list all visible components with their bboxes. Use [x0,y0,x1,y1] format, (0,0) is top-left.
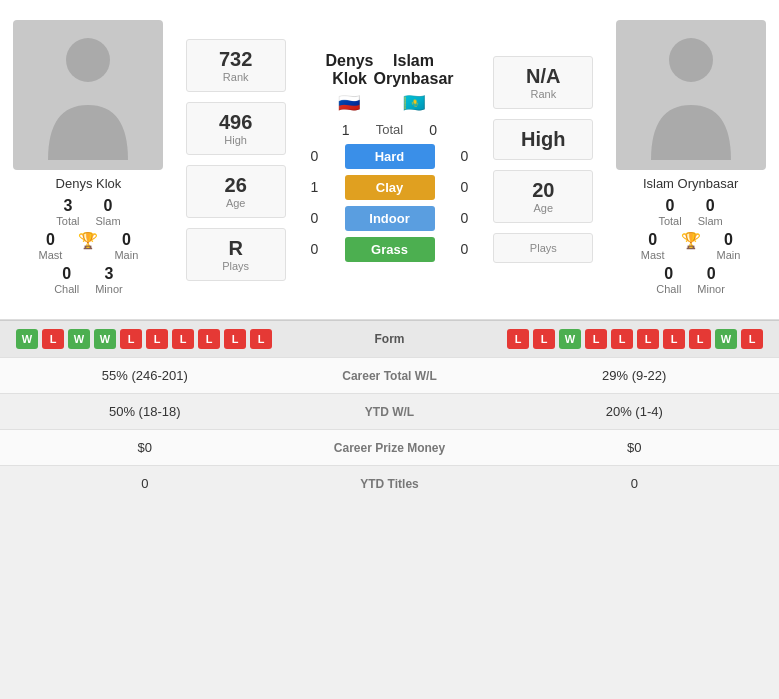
form-badge-right: W [715,329,737,349]
form-label: Form [340,332,440,346]
player-left-name: Denys Klok [56,176,122,191]
stats-row-2-left: 0 Mast 🏆 0 Main [39,231,139,261]
form-badge-right: L [689,329,711,349]
stats-row-0: 55% (246-201) Career Total W/L 29% (9-22… [0,357,779,393]
surface-btn-hard[interactable]: Hard [345,144,435,169]
age-stat-left: 26 Age [186,165,286,218]
stat-center-label-1: YTD W/L [290,395,490,429]
stats-row-3-right: 0 Chall 0 Minor [656,265,725,295]
score-left-indoor: 0 [295,210,335,226]
trophy-icon-right: 🏆 [681,231,701,261]
stats-row-3: 0 YTD Titles 0 [0,465,779,501]
stat-left-2: $0 [0,430,290,465]
form-badge-right: L [741,329,763,349]
high-stat-left: 496 High [186,102,286,155]
form-badge-left: L [42,329,64,349]
rank-stat-right: N/A Rank [493,56,593,109]
stats-row-3-left: 0 Chall 3 Minor [54,265,123,295]
player-right-panel: Islam Orynbasar 0 Total 0 Slam 0 Mast 🏆 [602,10,779,309]
form-badge-right: L [637,329,659,349]
score-left-grass: 0 [295,241,335,257]
stats-row-1-left: 3 Total 0 Slam [56,197,120,227]
form-badge-left: L [146,329,168,349]
stats-row-2-right: 0 Mast 🏆 0 Main [641,231,741,261]
form-left: WLWWLLLLLL [16,329,340,349]
stat-left-3: 0 [0,466,290,501]
rank-stat-left: 732 Rank [186,39,286,92]
form-badge-right: L [663,329,685,349]
avatar-left [13,20,163,170]
flag-right: 🇰🇿 [374,92,454,114]
stat-right-0: 29% (9-22) [490,358,780,393]
stat-slam-right: 0 Slam [698,197,723,227]
surface-btn-grass[interactable]: Grass [345,237,435,262]
form-section: WLWWLLLLLL Form LLWLLLLLWL [0,320,779,357]
player-right-header: Islam Orynbasar [374,52,454,88]
middle-surface-section: Denys Klok 🇷🇺 Islam Orynbasar 🇰🇿 1 Total… [295,10,485,309]
player-left-panel: Denys Klok 3 Total 0 Slam 0 Mast 🏆 [0,10,177,309]
stats-row-2: $0 Career Prize Money $0 [0,429,779,465]
svg-point-0 [66,38,110,82]
stat-total-right: 0 Total [658,197,681,227]
stat-center-label-2: Career Prize Money [290,431,490,465]
stat-right-3: 0 [490,466,780,501]
score-right-grass: 0 [445,241,485,257]
stat-chall-right: 0 Chall [656,265,681,295]
surface-btn-clay[interactable]: Clay [345,175,435,200]
stats-row-1: 50% (18-18) YTD W/L 20% (1-4) [0,393,779,429]
center-right-stats: N/A Rank High 20 Age Plays [485,10,603,309]
score-right-clay: 0 [445,179,485,195]
stat-right-2: $0 [490,430,780,465]
form-badge-left: L [198,329,220,349]
surface-row-indoor: 0 Indoor 0 [295,206,485,231]
top-section: Denys Klok 3 Total 0 Slam 0 Mast 🏆 [0,0,779,320]
form-badge-left: L [250,329,272,349]
form-badge-left: W [94,329,116,349]
score-right-total: 0 [413,122,453,138]
score-left-total: 1 [326,122,366,138]
form-right: LLWLLLLLWL [440,329,764,349]
form-badge-left: L [120,329,142,349]
stats-container: 55% (246-201) Career Total W/L 29% (9-22… [0,357,779,501]
surface-row-total: 1 Total 0 [295,122,485,138]
stat-main-right: 0 Main [717,231,741,261]
surface-row-grass: 0 Grass 0 [295,237,485,262]
stat-mast-left: 0 Mast [39,231,63,261]
form-badge-right: W [559,329,581,349]
stats-row-1-right: 0 Total 0 Slam [658,197,722,227]
surface-row-hard: 0 Hard 0 [295,144,485,169]
stat-center-label-0: Career Total W/L [290,359,490,393]
stat-minor-right: 0 Minor [697,265,725,295]
score-left-hard: 0 [295,148,335,164]
trophy-icon-left: 🏆 [78,231,98,261]
stat-minor-left: 3 Minor [95,265,123,295]
stat-main-left: 0 Main [114,231,138,261]
stat-right-1: 20% (1-4) [490,394,780,429]
form-badge-left: W [68,329,90,349]
avatar-right [616,20,766,170]
stat-mast-right: 0 Mast [641,231,665,261]
score-right-hard: 0 [445,148,485,164]
form-badge-right: L [611,329,633,349]
stat-total-left: 3 Total [56,197,79,227]
stat-chall-left: 0 Chall [54,265,79,295]
surface-row-clay: 1 Clay 0 [295,175,485,200]
plays-stat-right: Plays [493,233,593,263]
surface-label-total: Total [376,122,403,137]
high-stat-right: High [493,119,593,160]
stat-center-label-3: YTD Titles [290,467,490,501]
stat-left-1: 50% (18-18) [0,394,290,429]
center-left-stats: 732 Rank 496 High 26 Age R Plays [177,10,295,309]
age-stat-right: 20 Age [493,170,593,223]
form-badge-left: L [172,329,194,349]
score-left-clay: 1 [295,179,335,195]
form-badge-right: L [507,329,529,349]
form-badge-right: L [533,329,555,349]
form-badge-left: L [224,329,246,349]
surface-btn-indoor[interactable]: Indoor [345,206,435,231]
score-right-indoor: 0 [445,210,485,226]
flag-left: 🇷🇺 [325,92,373,114]
player-right-name: Islam Orynbasar [643,176,738,191]
form-badge-left: W [16,329,38,349]
stat-slam-left: 0 Slam [96,197,121,227]
